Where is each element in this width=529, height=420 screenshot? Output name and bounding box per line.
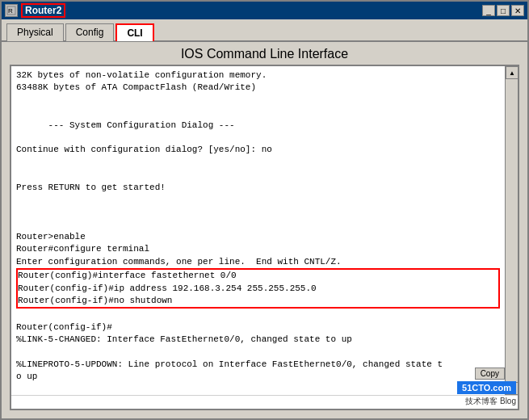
tab-bar: Physical Config CLI [2,19,527,42]
tab-config[interactable]: Config [65,23,115,41]
maximize-button[interactable]: □ [497,5,510,16]
scrollbar: ▲ ▼ [505,66,518,395]
terminal-output-before: 32K bytes of non-volatile configuration … [16,69,500,268]
watermark-logo: 51CTO.com [457,381,516,394]
title-bar-left: R Router2 [5,3,65,18]
minimize-button[interactable]: _ [482,5,495,16]
terminal-highlighted: Router(config)#interface fastethernet 0/… [18,270,498,307]
terminal-output-after: Router(config-if)# %LINK-5-CHANGED: Inte… [16,309,500,383]
terminal-container: 32K bytes of non-volatile configuration … [10,65,519,410]
copy-button[interactable]: Copy [475,368,505,380]
title-bar: R Router2 _ □ ✕ [2,2,527,19]
tab-physical[interactable]: Physical [6,23,64,41]
terminal-input-line [11,395,518,409]
terminal-scroll[interactable]: 32K bytes of non-volatile configuration … [11,66,505,395]
main-window: R Router2 _ □ ✕ Physical Config CLI IOS … [0,0,529,420]
main-content: IOS Command Line Interface 32K bytes of … [2,42,527,418]
terminal-input[interactable] [16,397,513,407]
window-controls: _ □ ✕ [482,5,524,16]
svg-text:R: R [8,7,13,15]
close-button[interactable]: ✕ [511,5,524,16]
terminal-wrapper: 32K bytes of non-volatile configuration … [11,66,518,395]
scrollbar-track[interactable] [506,79,518,382]
tab-cli[interactable]: CLI [115,23,153,41]
page-title: IOS Command Line Interface [10,42,519,65]
watermark: 51CTO.com 技术博客 Blog [457,380,516,407]
watermark-sub: 技术博客 Blog [457,396,516,407]
window-title: Router2 [21,3,65,18]
terminal-highlighted-block: Router(config)#interface fastethernet 0/… [16,268,500,309]
scrollbar-up-button[interactable]: ▲ [506,66,518,79]
app-icon: R [5,4,18,17]
